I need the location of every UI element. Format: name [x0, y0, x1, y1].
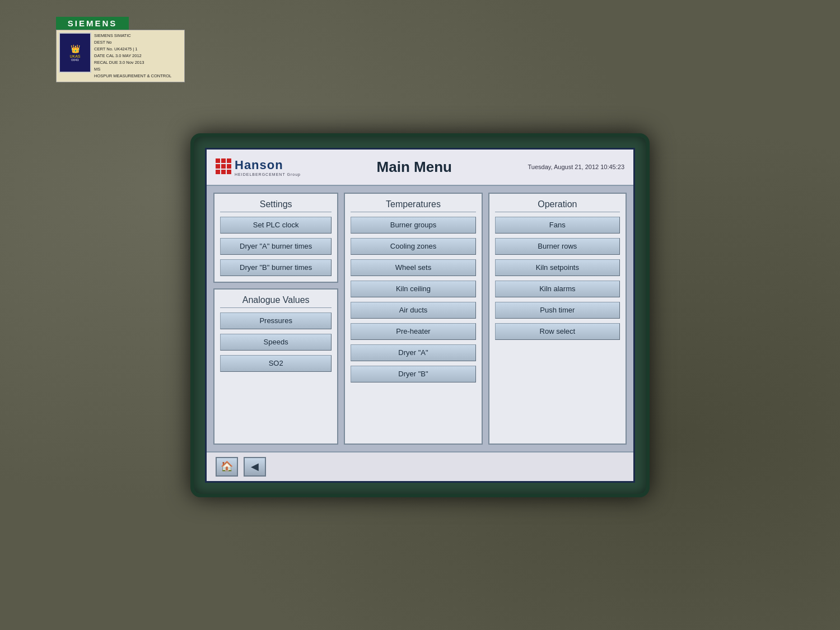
home-button[interactable]: 🏠 [216, 457, 238, 477]
hanson-logo-sub: HEIDELBERGCEMENT Group [235, 172, 301, 176]
datetime-display: Tuesday, August 21, 2012 10:45:23 [528, 164, 624, 170]
screen: Hanson HEIDELBERGCEMENT Group Main Menu … [205, 148, 635, 483]
logo-area: Hanson HEIDELBERGCEMENT Group [216, 158, 301, 176]
page-title: Main Menu [301, 158, 528, 176]
header-center: Main Menu [301, 158, 528, 176]
certification-sticker: 👑 UKAS 0043 SIEMENS SIMATIC DEST No CERT… [56, 30, 185, 82]
analogue-column: Analogue Values Pressures Speeds SO2 [213, 288, 338, 445]
footer-bar: 🏠 ◀ [207, 451, 633, 481]
operation-column: Operation Fans Burner rows Kiln setpoint… [488, 193, 627, 445]
push-timer-button[interactable]: Push timer [495, 302, 620, 319]
settings-column: Settings Set PLC clock Dryer "A" burner … [213, 193, 338, 283]
screen-header: Hanson HEIDELBERGCEMENT Group Main Menu … [207, 150, 633, 186]
sticker-text: SIEMENS SIMATIC DEST No CERT No. UK42475… [94, 32, 171, 80]
pre-heater-button[interactable]: Pre-heater [351, 323, 475, 340]
burner-rows-button[interactable]: Burner rows [495, 238, 620, 255]
temperatures-column: Temperatures Burner groups Cooling zones… [344, 193, 482, 445]
hanson-logo-text: Hanson [235, 158, 301, 172]
air-ducts-button[interactable]: Air ducts [351, 302, 475, 319]
cooling-zones-button[interactable]: Cooling zones [351, 238, 475, 255]
kiln-alarms-button[interactable]: Kiln alarms [495, 281, 620, 297]
burner-groups-button[interactable]: Burner groups [351, 217, 475, 234]
home-icon: 🏠 [221, 460, 233, 473]
kiln-ceiling-button[interactable]: Kiln ceiling [351, 281, 475, 297]
hanson-grid-icon [216, 158, 231, 174]
back-button[interactable]: ◀ [244, 457, 266, 477]
dryer-b-button[interactable]: Dryer "B" [351, 366, 475, 382]
row-select-button[interactable]: Row select [495, 323, 620, 340]
dryer-a-burner-times-button[interactable]: Dryer "A" burner times [220, 238, 332, 255]
pressures-button[interactable]: Pressures [220, 312, 332, 329]
siemens-logo: SIEMENS [56, 17, 129, 30]
header-right: Tuesday, August 21, 2012 10:45:23 [528, 164, 624, 170]
so2-button[interactable]: SO2 [220, 355, 332, 372]
fans-button[interactable]: Fans [495, 217, 620, 234]
set-plc-clock-button[interactable]: Set PLC clock [220, 217, 332, 234]
dryer-b-burner-times-button[interactable]: Dryer "B" burner times [220, 259, 332, 276]
content-area: Settings Set PLC clock Dryer "A" burner … [207, 186, 633, 451]
back-icon: ◀ [251, 460, 259, 473]
operation-header: Operation [495, 199, 620, 212]
temperatures-header: Temperatures [351, 199, 475, 212]
speeds-button[interactable]: Speeds [220, 334, 332, 351]
ukas-seal: 👑 UKAS 0043 [59, 32, 91, 73]
monitor: Hanson HEIDELBERGCEMENT Group Main Menu … [190, 133, 650, 497]
kiln-setpoints-button[interactable]: Kiln setpoints [495, 259, 620, 276]
settings-header: Settings [220, 199, 332, 212]
wheel-sets-button[interactable]: Wheel sets [351, 259, 475, 276]
analogue-header: Analogue Values [220, 295, 332, 308]
dryer-a-button[interactable]: Dryer "A" [351, 344, 475, 361]
